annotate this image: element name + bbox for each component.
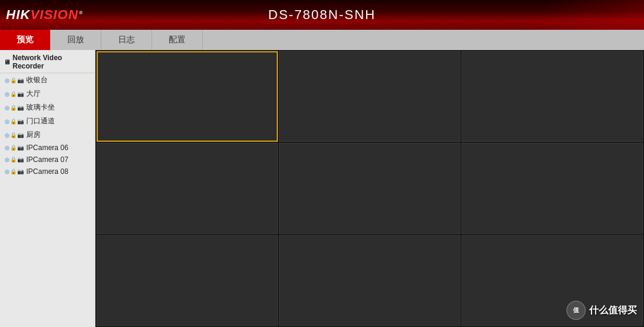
video-cell-6[interactable] [97, 235, 278, 326]
sidebar-root: 🖥 Network Video Recorder [0, 50, 95, 73]
cam-status-icons: ◎ 🔒 📷 [5, 169, 24, 175]
camera-list: ◎ 🔒 📷 收银台 ◎ 🔒 📷 大厅 ◎ 🔒 📷 玻璃卡坐 ◎ 🔒 [0, 73, 95, 177]
app-header: HIKVISION® DS-7808N-SNH [0, 0, 644, 30]
cam-signal-icon: ◎ [5, 105, 10, 111]
cam-video-icon: 📷 [17, 169, 24, 175]
video-cell-4[interactable] [279, 143, 460, 233]
video-grid [95, 50, 644, 327]
cam-signal-icon: ◎ [5, 119, 10, 124]
cam-video-icon: 📷 [17, 119, 24, 124]
cam-video-icon: 📷 [17, 132, 24, 138]
video-cell-3[interactable] [97, 143, 278, 233]
camera-item-8[interactable]: ◎ 🔒 📷 IPCamera 08 [0, 166, 95, 177]
cam-lock-icon: 🔒 [10, 157, 17, 163]
watermark-label: 什么值得买 [589, 304, 637, 317]
camera-item-3[interactable]: ◎ 🔒 📷 玻璃卡坐 [0, 101, 95, 114]
cam-status-icons: ◎ 🔒 📷 [5, 105, 24, 111]
cam-signal-icon: ◎ [5, 169, 10, 175]
logo-area: HIKVISION® [6, 7, 83, 23]
cam-lock-icon: 🔒 [10, 145, 17, 151]
cam-status-icons: ◎ 🔒 📷 [5, 91, 24, 97]
cam-lock-icon: 🔒 [10, 91, 17, 97]
camera-item-5[interactable]: ◎ 🔒 📷 厨房 [0, 128, 95, 142]
cam-video-icon: 📷 [17, 91, 24, 97]
camera-item-7[interactable]: ◎ 🔒 📷 IPCamera 07 [0, 154, 95, 166]
camera-label: IPCamera 08 [26, 167, 69, 176]
cam-status-icons: ◎ 🔒 📷 [5, 132, 24, 138]
logo-trademark: ® [79, 10, 83, 15]
watermark-badge-text: 值 [573, 306, 579, 314]
camera-label: 大厅 [26, 89, 41, 99]
sidebar-root-label: Network Video Recorder [13, 54, 91, 70]
camera-item-1[interactable]: ◎ 🔒 📷 收银台 [0, 73, 95, 87]
nav-tab-playback[interactable]: 回放 [51, 30, 101, 50]
camera-label: 厨房 [26, 130, 41, 140]
watermark: 值 什么值得买 [566, 301, 637, 320]
video-cell-7[interactable] [279, 235, 460, 326]
video-cell-0[interactable] [97, 51, 278, 142]
cam-video-icon: 📷 [17, 157, 24, 163]
main-content: 🖥 Network Video Recorder ◎ 🔒 📷 收银台 ◎ 🔒 📷… [0, 50, 644, 327]
nav-tab-config[interactable]: 配置 [152, 30, 203, 50]
cam-video-icon: 📷 [17, 145, 24, 151]
camera-label: IPCamera 06 [26, 144, 69, 152]
camera-item-4[interactable]: ◎ 🔒 📷 门口通道 [0, 114, 95, 128]
nav-tab-log[interactable]: 日志 [101, 30, 152, 50]
logo-text: HIKVISION® [6, 7, 83, 23]
camera-item-2[interactable]: ◎ 🔒 📷 大厅 [0, 87, 95, 101]
cam-signal-icon: ◎ [5, 157, 10, 163]
nvr-icon: 🖥 [4, 58, 10, 66]
video-cell-5[interactable] [462, 143, 643, 233]
camera-label: 玻璃卡坐 [26, 102, 55, 113]
sidebar: 🖥 Network Video Recorder ◎ 🔒 📷 收银台 ◎ 🔒 📷… [0, 50, 95, 327]
cam-signal-icon: ◎ [5, 77, 10, 83]
cam-signal-icon: ◎ [5, 132, 10, 138]
cam-status-icons: ◎ 🔒 📷 [5, 77, 24, 83]
cam-status-icons: ◎ 🔒 📷 [5, 145, 24, 151]
nav-tab-preview[interactable]: 预览 [0, 30, 51, 50]
camera-label: 门口通道 [26, 116, 55, 126]
video-cell-1[interactable] [279, 51, 460, 142]
cam-video-icon: 📷 [17, 105, 24, 111]
camera-item-6[interactable]: ◎ 🔒 📷 IPCamera 06 [0, 142, 95, 154]
cam-lock-icon: 🔒 [10, 119, 17, 124]
cam-signal-icon: ◎ [5, 91, 10, 97]
cam-status-icons: ◎ 🔒 📷 [5, 157, 24, 163]
cam-lock-icon: 🔒 [10, 132, 17, 138]
cam-signal-icon: ◎ [5, 145, 10, 151]
cam-video-icon: 📷 [17, 77, 24, 83]
watermark-badge: 值 [566, 301, 586, 320]
camera-label: IPCamera 07 [26, 155, 69, 164]
cam-status-icons: ◎ 🔒 📷 [5, 119, 24, 124]
video-cell-2[interactable] [462, 51, 643, 142]
cam-lock-icon: 🔒 [10, 77, 17, 83]
camera-label: 收银台 [26, 75, 48, 85]
device-title: DS-7808N-SNH [268, 7, 376, 23]
navbar: 预览回放日志配置 [0, 30, 644, 50]
cam-lock-icon: 🔒 [10, 169, 17, 175]
cam-lock-icon: 🔒 [10, 105, 17, 111]
